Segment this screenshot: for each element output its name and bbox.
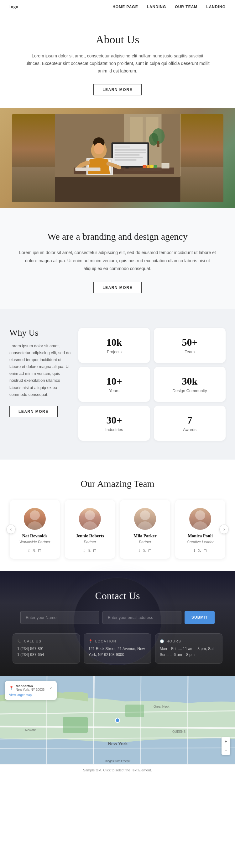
facebook-icon-nat[interactable]: f xyxy=(28,548,29,553)
map-expand-icon[interactable]: ⤢ xyxy=(49,686,52,690)
facebook-icon-monica[interactable]: f xyxy=(194,548,195,553)
branding-title: We are a branding and design agency xyxy=(19,230,216,243)
team-member-role-jennie: Partner xyxy=(70,540,109,544)
team-title: Our Amazing Team xyxy=(6,478,229,489)
nav-home[interactable]: HOME PAGE xyxy=(112,5,138,9)
carousel-next-button[interactable]: › xyxy=(219,525,229,534)
facebook-icon-jennie[interactable]: f xyxy=(83,548,85,553)
map-city-details: New York, NY 10036 xyxy=(16,688,44,691)
contact-location-address: 121 Rock Street, 21 Avenue, New York, NY… xyxy=(88,646,146,658)
svg-rect-12 xyxy=(114,152,146,153)
avatar-body-monica xyxy=(192,521,208,530)
svg-rect-33 xyxy=(146,165,149,168)
stat-card-team: 50+ Team xyxy=(154,328,226,363)
stat-card-projects: 10k Projects xyxy=(78,328,150,363)
svg-line-47 xyxy=(188,676,188,764)
contact-email-input[interactable] xyxy=(102,611,181,624)
svg-rect-10 xyxy=(114,146,130,148)
svg-line-45 xyxy=(93,676,94,764)
why-us-left: Why Us Lorem ipsum dolor sit amet, conse… xyxy=(9,328,78,441)
hero-image xyxy=(0,108,235,208)
map-view-larger-link[interactable]: View larger map xyxy=(9,693,52,697)
avatar-mila-parker xyxy=(134,508,156,530)
svg-rect-11 xyxy=(114,149,146,151)
contact-title: Contact Us xyxy=(12,590,223,602)
svg-rect-34 xyxy=(150,165,153,168)
branding-description: Lorem ipsum dolor sit amet, consectetur … xyxy=(19,249,216,273)
svg-rect-31 xyxy=(75,167,100,171)
avatar-body-nat xyxy=(27,521,43,530)
stat-card-design-community: 30k Design Community xyxy=(154,367,226,402)
stat-number-projects: 10k xyxy=(85,337,144,348)
avatar-person-mila xyxy=(134,508,156,530)
map-zoom-in-button[interactable]: + xyxy=(222,737,230,746)
svg-text:QUEENS: QUEENS xyxy=(172,730,186,734)
svg-rect-2 xyxy=(130,117,142,143)
svg-text:Newark: Newark xyxy=(25,728,36,732)
svg-rect-37 xyxy=(162,163,169,168)
contact-info-call: 📞 CALL US 1 (234) 567-891 1 (234) 987-65… xyxy=(12,633,80,664)
contact-name-input[interactable] xyxy=(20,611,99,624)
team-grid: Nat Reynolds Worldwide Partner f 𝕏 ◻ Jen… xyxy=(6,500,229,559)
instagram-icon-jennie[interactable]: ◻ xyxy=(93,548,97,553)
contact-info-location: 📍 LOCATION 121 Rock Street, 21 Avenue, N… xyxy=(83,633,151,664)
phone-icon: 📞 xyxy=(17,639,22,643)
twitter-icon-nat[interactable]: 𝕏 xyxy=(32,548,35,553)
team-member-role-monica: Creative Leader xyxy=(181,540,220,544)
stat-number-team: 50+ xyxy=(160,337,219,348)
stat-label-awards: Awards xyxy=(160,427,219,432)
branding-section: We are a branding and design agency Lore… xyxy=(0,208,235,309)
contact-phone2: 1 (234) 987-654 xyxy=(17,652,75,658)
team-card-jennie-roberts: Jennie Roberts Partner f 𝕏 ◻ xyxy=(65,500,115,559)
twitter-icon-monica[interactable]: 𝕏 xyxy=(198,548,201,553)
svg-rect-35 xyxy=(154,165,157,168)
contact-section: Contact Us SUBMIT 📞 CALL US 1 (234) 567-… xyxy=(0,571,235,676)
map-background: New York Newark Great Neck QUEENS 📍 Manh… xyxy=(0,676,235,764)
team-social-jennie: f 𝕏 ◻ xyxy=(70,548,109,553)
branding-learn-more-button[interactable]: LEARN MORE xyxy=(93,282,142,293)
stat-label-team: Team xyxy=(160,349,219,354)
facebook-icon-mila[interactable]: f xyxy=(138,548,140,553)
about-learn-more-button[interactable]: LEARN MORE xyxy=(93,84,142,95)
stat-number-design-community: 30k xyxy=(160,375,219,387)
svg-point-29 xyxy=(94,143,104,154)
instagram-icon-monica[interactable]: ◻ xyxy=(203,548,207,553)
avatar-body-jennie xyxy=(82,521,98,530)
svg-rect-14 xyxy=(114,157,142,158)
footer-sample-text: Sample text. Click to select the Text El… xyxy=(83,768,152,772)
instagram-icon-mila[interactable]: ◻ xyxy=(148,548,152,553)
nav-our-team[interactable]: OUR TEAM xyxy=(175,5,197,9)
nav-landing-2[interactable]: LANDING xyxy=(206,5,226,9)
instagram-icon-nat[interactable]: ◻ xyxy=(38,548,41,553)
svg-text:New York: New York xyxy=(108,741,128,746)
logo: logo xyxy=(9,4,19,9)
stats-grid: 10k Projects 50+ Team 10+ Years 30k Desi… xyxy=(78,328,226,441)
about-title: About Us xyxy=(25,33,210,46)
avatar-person-jennie xyxy=(79,508,101,530)
svg-point-50 xyxy=(115,718,120,722)
stat-card-industries: 30+ Industries xyxy=(78,406,150,441)
contact-form: SUBMIT xyxy=(20,611,215,624)
team-section: Our Amazing Team ‹ Nat Reynolds Worldwid… xyxy=(0,460,235,571)
svg-rect-48 xyxy=(63,717,88,733)
hero-image-inner xyxy=(12,114,224,202)
team-social-monica: f 𝕏 ◻ xyxy=(181,548,220,553)
svg-rect-17 xyxy=(121,168,133,169)
stat-label-design-community: Design Community xyxy=(160,389,219,393)
why-us-learn-more-button[interactable]: LEARN MORE xyxy=(9,406,58,417)
contact-info-grid: 📞 CALL US 1 (234) 567-891 1 (234) 987-65… xyxy=(12,633,223,664)
map-zoom-out-button[interactable]: − xyxy=(222,746,230,755)
map-city-name: Manhattan xyxy=(16,684,44,688)
map-location-title: Manhattan New York, NY 10036 xyxy=(16,684,44,691)
map-pin-icon: 📍 xyxy=(9,686,14,690)
nav-landing-1[interactable]: LANDING xyxy=(147,5,166,9)
carousel-prev-button[interactable]: ‹ xyxy=(6,525,16,534)
team-member-role-nat: Worldwide Partner xyxy=(15,540,54,544)
contact-info-hours: 🕐 HOURS Mon – Fri ..... 11 am – 8 pm, Sa… xyxy=(155,633,223,664)
contact-hours-title: 🕐 HOURS xyxy=(160,639,218,643)
contact-submit-button[interactable]: SUBMIT xyxy=(184,611,215,624)
map-zoom-controls: + − xyxy=(222,737,230,755)
stat-number-years: 10+ xyxy=(85,375,144,387)
twitter-icon-jennie[interactable]: 𝕏 xyxy=(88,548,91,553)
twitter-icon-mila[interactable]: 𝕏 xyxy=(142,548,146,553)
